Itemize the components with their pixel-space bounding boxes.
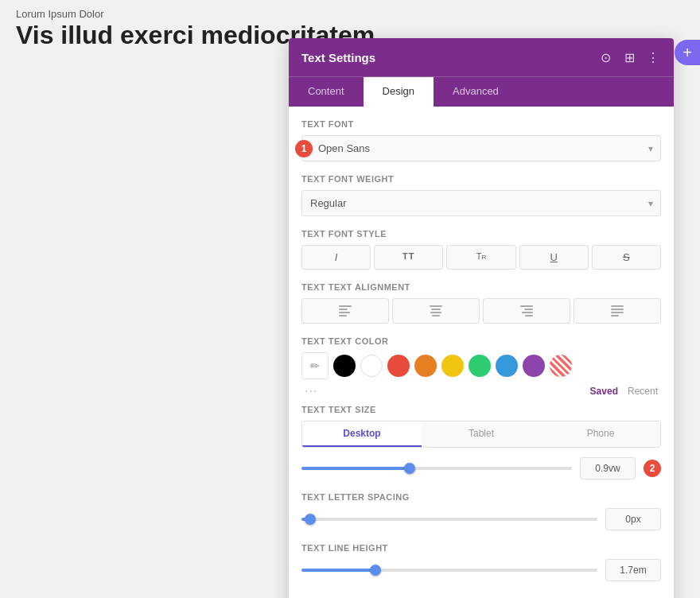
more-colors-dots[interactable]: ··· [305, 384, 317, 398]
letter-spacing-label: Text Letter Spacing [301, 492, 661, 502]
letter-spacing-thumb[interactable] [305, 514, 316, 525]
line-height-slider-row [301, 559, 661, 581]
color-white[interactable] [360, 355, 383, 377]
color-picker-button[interactable]: ✏ [301, 352, 329, 379]
strikethrough-button[interactable]: S [592, 245, 661, 270]
color-green[interactable] [469, 355, 491, 377]
text-alignment-label: Text Text Alignment [301, 282, 661, 292]
add-button[interactable]: + [675, 40, 700, 65]
letter-spacing-section: Text Letter Spacing [301, 492, 661, 530]
tab-design[interactable]: Design [364, 77, 434, 107]
text-size-thumb[interactable] [404, 463, 415, 474]
text-color-label: Text Text Color [301, 336, 661, 346]
text-font-section: Text Font 1 Open Sans ▾ [301, 119, 661, 161]
columns-icon[interactable]: ⊞ [621, 49, 637, 65]
tab-advanced[interactable]: Advanced [434, 77, 518, 107]
device-phone[interactable]: Phone [541, 421, 660, 447]
panel-content: Text Font 1 Open Sans ▾ Text Font Weight… [289, 107, 674, 598]
font-weight-wrapper: Regular ▾ [301, 190, 661, 216]
line-height-value[interactable] [605, 559, 661, 581]
align-right-button[interactable] [483, 298, 570, 324]
text-color-section: Text Text Color ✏ ··· Saved Recent [301, 336, 661, 398]
saved-tab[interactable]: Saved [590, 386, 618, 397]
text-size-track[interactable] [301, 467, 572, 470]
color-row: ✏ [301, 352, 661, 379]
device-tablet[interactable]: Tablet [422, 421, 541, 447]
letter-spacing-value[interactable] [605, 508, 661, 530]
text-size-fill [301, 467, 410, 470]
panel-header: Text Settings ⊙ ⊞ ⋮ [289, 38, 674, 76]
letter-spacing-track[interactable] [301, 518, 597, 521]
align-justify-icon [611, 305, 624, 316]
underline-button[interactable]: U [519, 245, 589, 270]
color-black[interactable] [333, 355, 356, 377]
text-font-wrapper: 1 Open Sans ▾ [301, 135, 661, 161]
uppercase-button[interactable]: TT [374, 245, 443, 270]
text-font-select[interactable]: Open Sans [301, 135, 661, 161]
text-size-label: Text Text Size [301, 405, 661, 414]
text-font-weight-section: Text Font Weight Regular ▾ [301, 174, 661, 216]
color-purple[interactable] [523, 355, 545, 377]
color-red[interactable] [387, 355, 410, 377]
align-left-button[interactable] [301, 298, 389, 324]
font-style-buttons: I TT Tr U S [301, 245, 661, 270]
header-icons: ⊙ ⊞ ⋮ [597, 49, 661, 65]
background-subtitle: Lorum Ipsum Dolor [16, 8, 375, 20]
text-font-weight-label: Text Font Weight [301, 174, 661, 184]
line-height-thumb[interactable] [370, 565, 381, 576]
color-orange[interactable] [414, 355, 437, 377]
text-alignment-section: Text Text Alignment [301, 282, 661, 324]
letter-spacing-slider-row [301, 508, 661, 530]
text-size-slider-row: 2 [301, 457, 661, 480]
text-font-label: Text Font [301, 119, 661, 129]
target-icon[interactable]: ⊙ [597, 49, 613, 65]
text-settings-panel: Text Settings ⊙ ⊞ ⋮ Content Design Advan… [289, 38, 674, 598]
color-striped[interactable] [550, 355, 572, 377]
color-blue[interactable] [496, 355, 518, 377]
line-height-track[interactable] [301, 569, 597, 572]
italic-button[interactable]: I [301, 245, 371, 270]
tab-content[interactable]: Content [289, 77, 364, 107]
text-font-style-section: Text Font Style I TT Tr U S [301, 229, 661, 270]
panel-tabs: Content Design Advanced [289, 76, 674, 107]
align-justify-button[interactable] [574, 298, 661, 324]
smallcaps-button[interactable]: Tr [446, 245, 515, 270]
text-font-weight-select[interactable]: Regular [301, 190, 661, 216]
device-tabs: Desktop Tablet Phone [301, 421, 661, 448]
color-tabs: Saved Recent [590, 386, 658, 397]
color-yellow[interactable] [441, 355, 464, 377]
badge-2: 2 [644, 460, 661, 477]
align-center-button[interactable] [392, 298, 480, 324]
line-height-section: Text Line Height [301, 543, 661, 581]
line-height-fill [301, 569, 375, 572]
text-size-section: Text Text Size Desktop Tablet Phone 2 [301, 405, 661, 480]
alignment-buttons [301, 298, 661, 324]
recent-tab[interactable]: Recent [628, 386, 658, 397]
text-font-style-label: Text Font Style [301, 229, 661, 239]
text-size-value[interactable] [580, 457, 636, 480]
badge-1: 1 [295, 140, 313, 157]
panel-title: Text Settings [301, 51, 375, 64]
align-center-icon [430, 305, 442, 316]
align-left-icon [339, 305, 352, 316]
more-icon[interactable]: ⋮ [645, 49, 661, 65]
line-height-label: Text Line Height [301, 543, 661, 553]
align-right-icon [520, 305, 533, 316]
device-desktop[interactable]: Desktop [302, 421, 422, 447]
